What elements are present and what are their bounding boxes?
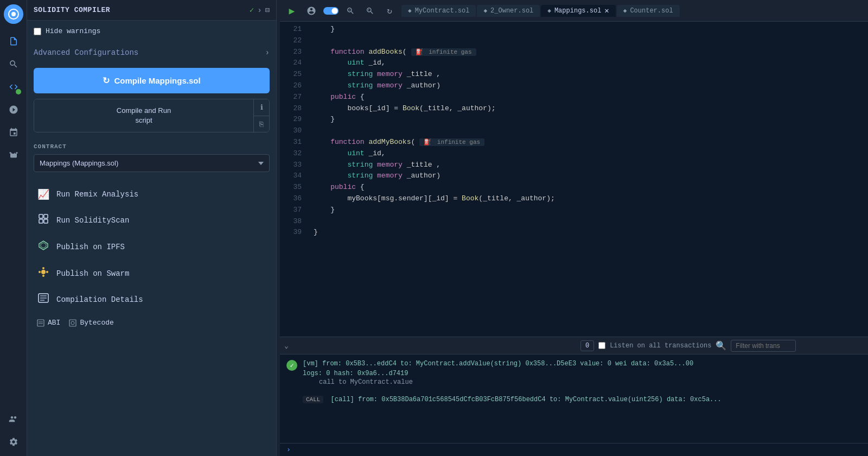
zoom-out-button[interactable] <box>343 3 358 18</box>
advanced-config-row[interactable]: Advanced Configurations › <box>34 44 270 61</box>
sync-icon-btn[interactable]: ↻ <box>382 3 397 18</box>
code-line-30 <box>314 125 861 137</box>
terminal-entry-0-text: [vm] from: 0x5B3...eddC4 to: MyContract.… <box>303 359 693 390</box>
info-button[interactable]: ℹ <box>254 99 269 116</box>
success-icon: ✓ <box>286 360 297 371</box>
contract-select[interactable]: Mappings (Mappings.sol) MyContract.sol 2… <box>34 154 270 172</box>
tab-mappings[interactable]: ◆ Mappings.sol ✕ <box>541 5 615 17</box>
svg-rect-5 <box>39 214 43 218</box>
layout-icon[interactable]: ⊟ <box>265 5 270 15</box>
terminal-body: ✓ [vm] from: 0x5B3...eddC4 to: MyContrac… <box>280 354 868 443</box>
entry-spacer <box>286 395 297 404</box>
hide-warnings-checkbox[interactable] <box>34 28 41 35</box>
terminal-entry-0: ✓ [vm] from: 0x5B3...eddC4 to: MyContrac… <box>286 359 861 390</box>
tab-owner[interactable]: ◆ 2_Owner.sol <box>477 5 540 17</box>
sidebar-item-settings[interactable] <box>4 432 23 452</box>
contract-label: CONTRACT <box>34 143 270 150</box>
listen-label: Listen on all transactions <box>610 342 711 350</box>
code-line-34: string memory _author) <box>314 170 861 182</box>
zoom-in-button[interactable] <box>362 3 378 18</box>
tab-dot-mappings: ◆ <box>547 7 551 14</box>
svg-rect-23 <box>69 320 76 326</box>
compile-run-row: Compile and Runscript ℹ ⎘ <box>34 99 270 132</box>
tab-counter[interactable]: ◆ Counter.sol <box>617 5 680 17</box>
search-terminal-icon[interactable]: 🔍 <box>716 340 726 351</box>
annotation-gas-31: ⛽ infinite gas <box>419 138 484 146</box>
svg-marker-9 <box>39 241 48 250</box>
compile-button[interactable]: ↻ Compile Mappings.sol <box>34 68 270 93</box>
sidebar-item-files[interactable] <box>4 31 23 51</box>
sidebar-item-compiler[interactable] <box>4 77 23 97</box>
svg-point-1 <box>11 12 16 16</box>
tab-mycontract[interactable]: ◆ MyContract.sol <box>401 5 476 17</box>
publish-swarm-item[interactable]: Publish on Swarm <box>34 261 270 286</box>
editor-area: 21 22 23 24 25 26 27 28 29 30 31 32 33 3… <box>280 22 868 456</box>
sidebar-item-git[interactable] <box>4 145 23 165</box>
terminal-collapse-icon[interactable]: ⌄ <box>284 341 289 350</box>
main-area: ▶ ↻ ◆ MyContract.sol <box>280 0 868 456</box>
hide-warnings-label[interactable]: Hide warnings <box>46 27 100 35</box>
tab-close-mappings[interactable]: ✕ <box>604 7 609 15</box>
code-line-26: string memory _author) <box>314 80 861 92</box>
copy-button[interactable]: ⎘ <box>254 116 269 132</box>
adv-config-label: Advanced Configurations <box>34 48 138 57</box>
abi-bytecode-row: ABI Bytecode <box>34 313 270 332</box>
editor-pane[interactable]: 21 22 23 24 25 26 27 28 29 30 31 32 33 3… <box>280 22 868 337</box>
compilation-details-item[interactable]: Compilation Details <box>34 288 270 311</box>
terminal-pane: ⌄ 0 Listen on all transactions 🔍 ✓ [vm] … <box>280 337 868 456</box>
publish-swarm-icon <box>37 267 50 280</box>
publish-ipfs-item[interactable]: Publish on IPFS <box>34 235 270 259</box>
svg-rect-7 <box>39 219 43 223</box>
compile-button-label: Compile Mappings.sol <box>114 76 200 85</box>
svg-point-15 <box>46 271 48 273</box>
sidebar-item-people[interactable] <box>4 409 23 429</box>
listen-checkbox[interactable] <box>598 342 605 349</box>
sidebar-header: SOLIDITY COMPILER ✓ › ⊟ <box>27 0 276 21</box>
listen-row: 0 Listen on all transactions 🔍 <box>580 340 864 352</box>
run-solidity-scan-item[interactable]: Run SolidityScan <box>34 208 270 232</box>
code-line-23: function addBooks(⛽ infinite gas <box>314 47 861 58</box>
code-line-39: } <box>314 227 861 238</box>
compile-run-button[interactable]: Compile and Runscript <box>34 99 253 132</box>
abi-button[interactable]: ABI <box>37 319 60 327</box>
code-content[interactable]: } function addBooks(⛽ infinite gas uint … <box>307 22 868 337</box>
tab-dot-counter: ◆ <box>623 7 627 14</box>
svg-rect-6 <box>44 214 48 218</box>
bytecode-label: Bytecode <box>80 319 113 327</box>
active-badge <box>16 89 21 94</box>
forward-icon[interactable]: › <box>257 6 261 15</box>
svg-point-14 <box>39 271 41 273</box>
compile-run-label: Compile and Runscript <box>117 106 171 124</box>
terminal-call-value: call to MyContract.value <box>303 378 693 386</box>
refresh-icon: ↻ <box>103 75 110 86</box>
top-toolbar: ▶ ↻ ◆ MyContract.sol <box>280 0 868 22</box>
run-remix-analysis-item[interactable]: 📈 Run Remix Analysis <box>34 183 270 206</box>
code-line-35: public { <box>314 182 861 193</box>
sidebar-title: SOLIDITY COMPILER <box>34 6 245 14</box>
sidebar-item-plugins[interactable] <box>4 123 23 142</box>
check-icon[interactable]: ✓ <box>250 5 254 15</box>
tab-label-counter: Counter.sol <box>630 7 673 15</box>
person-icon-btn[interactable] <box>304 3 319 18</box>
run-solidity-scan-label: Run SolidityScan <box>56 216 129 225</box>
svg-point-13 <box>42 275 44 277</box>
svg-point-26 <box>331 8 337 14</box>
run-button[interactable]: ▶ <box>284 3 299 18</box>
icon-bar <box>0 0 27 456</box>
tab-label-mycontract: MyContract.sol <box>415 7 470 15</box>
adv-config-chevron-icon: › <box>265 48 270 57</box>
sidebar-item-deploy[interactable] <box>4 100 23 119</box>
filter-input[interactable] <box>731 340 796 352</box>
svg-rect-8 <box>44 219 48 223</box>
code-line-32: uint _id, <box>314 148 861 160</box>
solidity-scan-icon <box>37 213 50 227</box>
annotation-gas-23: ⛽ infinite gas <box>411 48 476 56</box>
prompt-arrow: › <box>286 446 291 454</box>
toggle-button[interactable] <box>323 3 339 18</box>
terminal-entry-1: CALL [call] from: 0x5B38Da6a701c568545dC… <box>286 395 861 404</box>
publish-ipfs-icon <box>37 240 50 254</box>
sidebar-item-search[interactable] <box>4 54 23 74</box>
svg-marker-10 <box>41 243 46 248</box>
tab-dot-mycontract: ◆ <box>408 7 412 14</box>
bytecode-button[interactable]: Bytecode <box>69 319 113 327</box>
